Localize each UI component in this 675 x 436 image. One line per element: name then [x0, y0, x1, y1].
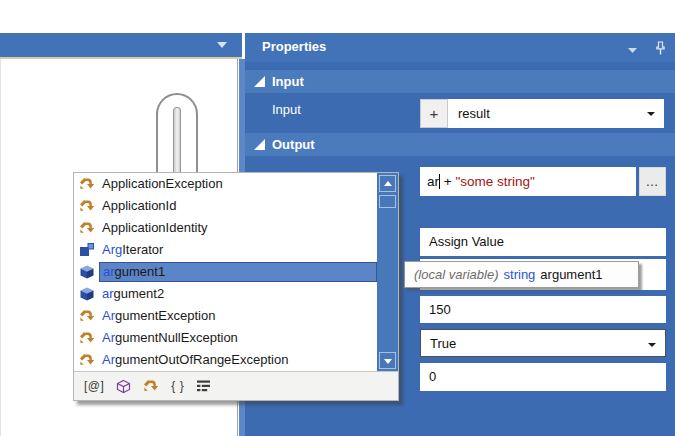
dropdown-arrow-icon: [648, 343, 656, 347]
tooltip-name: argument1: [540, 267, 602, 282]
zero-field[interactable]: 0: [420, 363, 666, 391]
class-icon: [79, 330, 95, 346]
section-header-output[interactable]: Output: [245, 133, 675, 156]
scrollbar-thumb[interactable]: [379, 195, 396, 208]
filter-namespaces-button[interactable]: [116, 377, 131, 395]
list-item[interactable]: ArgIterator: [74, 239, 377, 261]
list-item-label: argument2: [99, 284, 377, 304]
tooltip-type: string: [504, 267, 536, 282]
input-combobox-value: result: [458, 106, 490, 121]
list-item-label: ApplicationId: [99, 196, 377, 216]
list-item-label: ArgumentNullException: [99, 328, 377, 348]
list-item[interactable]: ApplicationException: [74, 173, 377, 195]
tooltip-kind: (local variable): [414, 267, 499, 282]
expression-editor[interactable]: ar + "some string": [420, 167, 636, 196]
list-item[interactable]: ApplicationIdentity: [74, 217, 377, 239]
variable-icon: [79, 264, 95, 280]
properties-titlebar: Properties: [245, 33, 675, 62]
list-item[interactable]: ApplicationId: [74, 195, 377, 217]
list-item-label: argument1: [99, 262, 377, 282]
add-button[interactable]: +: [420, 99, 448, 128]
list-item[interactable]: argument1: [74, 261, 377, 283]
list-item-label: ArgumentException: [99, 306, 377, 326]
section-label: Output: [272, 137, 315, 152]
list-item-label: ApplicationIdentity: [99, 218, 377, 238]
filter-at-button[interactable]: [@]: [84, 377, 104, 395]
designer-toolbar: [0, 33, 242, 59]
list-item-label: ArgIterator: [99, 240, 377, 260]
dropdown-arrow-icon: [647, 112, 655, 116]
class-icon: [79, 352, 95, 368]
expression-expand-button[interactable]: …: [639, 167, 666, 196]
scroll-down-icon: [384, 359, 392, 364]
quickinfo-tooltip: (local variable)stringargument1: [404, 261, 639, 288]
filter-snippets-button[interactable]: { }: [171, 377, 184, 395]
boolean-combobox-value: True: [430, 336, 456, 351]
number-field[interactable]: 150: [420, 296, 666, 323]
class-icon: [79, 198, 95, 214]
scroll-down-button[interactable]: [379, 352, 396, 369]
pin-icon[interactable]: [654, 41, 667, 56]
list-item-label: ApplicationException: [99, 174, 377, 194]
section-label: Input: [272, 74, 304, 89]
completion-filter-bar: [@]{ }: [74, 371, 398, 400]
list-item[interactable]: ArgumentException: [74, 305, 377, 327]
scroll-up-icon: [384, 181, 392, 186]
scroll-up-button[interactable]: [379, 175, 396, 192]
scrollbar[interactable]: [377, 173, 398, 371]
list-item[interactable]: ArgumentNullException: [74, 327, 377, 349]
chevron-down-icon[interactable]: [217, 42, 227, 48]
boolean-combobox[interactable]: True: [420, 329, 666, 357]
class-icon: [79, 220, 95, 236]
list-item[interactable]: argument2: [74, 283, 377, 305]
class-icon: [79, 176, 95, 192]
chevron-down-icon[interactable]: [628, 48, 637, 53]
list-item[interactable]: ArgumentOutOfRangeException: [74, 349, 377, 371]
expression-string-literal: "some string": [455, 174, 534, 189]
section-header-input[interactable]: Input: [245, 70, 675, 93]
intellisense-popup: ApplicationExceptionApplicationIdApplica…: [73, 172, 399, 401]
class-icon: [79, 308, 95, 324]
filter-classes-button[interactable]: [143, 377, 159, 395]
filter-members-button[interactable]: [196, 377, 212, 395]
expression-typed-text: ar: [427, 174, 439, 189]
input-row-label: Input: [272, 102, 301, 117]
expression-operator-text: +: [440, 174, 455, 189]
list-item-label: ArgumentOutOfRangeException: [99, 350, 377, 370]
panel-title: Properties: [262, 39, 326, 54]
completion-list: ApplicationExceptionApplicationIdApplica…: [74, 173, 377, 371]
expander-triangle-icon: [254, 139, 265, 150]
input-combobox[interactable]: result: [448, 99, 664, 128]
variable-icon: [79, 286, 95, 302]
display-name-field[interactable]: Assign Value: [420, 228, 666, 256]
struct-icon: [79, 242, 95, 258]
expander-triangle-icon: [254, 76, 265, 87]
